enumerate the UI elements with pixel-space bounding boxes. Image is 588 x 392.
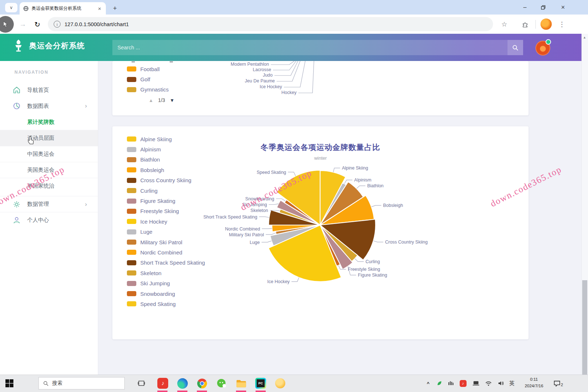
label-leader-line: [262, 241, 272, 242]
url-text: 127.0.0.1:5000/chart/chart1: [65, 21, 129, 27]
scrollbar-thumb[interactable]: [582, 280, 587, 375]
pie-slice-label: Snowboarding: [245, 196, 274, 201]
bookmark-star-icon[interactable]: ☆: [498, 18, 510, 30]
browser-profile-avatar[interactable]: [541, 19, 552, 30]
label-leader-line: [259, 217, 269, 217]
label-leader-line: [373, 241, 384, 242]
winter-rose-pie[interactable]: Alpine SkiingAlpinismBiathlonBobsleighCr…: [112, 126, 529, 339]
pie-chart-icon: [12, 102, 21, 110]
sidebar-item-label: 单国家统治: [27, 183, 54, 189]
taskbar-search-box[interactable]: 搜索: [38, 377, 125, 389]
summer-callout-lines: [112, 61, 529, 115]
header-search-button[interactable]: [508, 40, 523, 55]
task-view-icon: [138, 380, 145, 387]
forward-button[interactable]: →: [17, 19, 28, 30]
notification-icon: [554, 380, 560, 387]
sidebar-item-label: 中国奥运会: [27, 151, 54, 158]
callout-label: Ice Hockey: [202, 84, 282, 89]
pie-slice-label: Nordic Combined: [225, 226, 260, 232]
sidebar-item-country-dominance[interactable]: 单国家统治: [0, 178, 98, 194]
active-app-indicator: [177, 391, 187, 392]
scrollbar-up-arrow[interactable]: ▲: [583, 36, 586, 39]
sidebar-item-label: 个人中心: [27, 217, 49, 224]
tab-search-button[interactable]: v: [5, 3, 17, 12]
screen: v 奥运会获奖数据分析系统 × + – × → ↻ i 127.0.0.1:50…: [0, 0, 588, 392]
sidebar-item-label: 美国奥运会: [27, 167, 54, 173]
tray-time: 0:11: [519, 376, 548, 383]
favicon-globe-icon: [23, 6, 29, 11]
tray-leaf-icon[interactable]: [435, 375, 444, 392]
label-leader-line: [288, 172, 295, 176]
new-tab-button[interactable]: +: [110, 4, 120, 13]
app-brand: 奥运会分析系统: [14, 39, 85, 52]
tray-ime-indicator[interactable]: 英: [507, 375, 517, 392]
sidebar-item-data-management[interactable]: 数据管理 ›: [0, 196, 98, 212]
sidebar-item-label: 导航首页: [27, 87, 49, 94]
label-leader-line: [266, 233, 276, 235]
wechat-icon[interactable]: [216, 378, 227, 389]
active-app-indicator: [256, 391, 266, 392]
pie-slice-label: Bobsleigh: [383, 203, 403, 208]
browser-tab[interactable]: 奥运会获奖数据分析系统 ×: [20, 2, 106, 15]
tray-volume-icon[interactable]: [496, 375, 506, 392]
sidebar-item-profile[interactable]: 个人中心: [0, 212, 98, 228]
task-view-button[interactable]: [136, 378, 147, 389]
pie-slice-label: Ice Hockey: [267, 279, 290, 284]
search-icon: [512, 45, 518, 51]
wechat-logo-icon: [216, 378, 227, 389]
pie-slice-label: Freestyle Skiing: [348, 267, 380, 272]
address-bar[interactable]: i 127.0.0.1:5000/chart/chart1: [48, 17, 493, 31]
pie-slice-label: Curling: [365, 259, 380, 264]
notification-badge: 2: [561, 383, 563, 387]
tray-date: 2024/7/16: [519, 383, 548, 389]
tray-device-icon[interactable]: [471, 375, 481, 392]
sidebar-item-label: 数据管理: [27, 201, 49, 208]
window-close-button[interactable]: ×: [554, 0, 572, 15]
callout-label: Modern Pentathlon: [189, 62, 269, 67]
pie-slice-label: Figure Skating: [358, 273, 387, 278]
puzzle-icon: [522, 21, 529, 28]
edge-browser-icon[interactable]: [177, 378, 188, 389]
sidebar-item-china-olympics[interactable]: 中国奥运会: [0, 146, 98, 162]
extensions-icon[interactable]: [519, 18, 531, 30]
tray-clock[interactable]: 0:11 2024/7/16: [519, 376, 548, 389]
notification-center-button[interactable]: 2: [552, 375, 565, 392]
start-button[interactable]: [5, 379, 14, 389]
label-leader-line: [333, 168, 340, 172]
cursor-arrow-icon: [3, 21, 8, 28]
header-search-input[interactable]: [112, 40, 508, 55]
chevron-right-icon: ›: [85, 201, 87, 208]
sidebar-item-total-medals[interactable]: 累计奖牌数: [0, 114, 98, 130]
window-restore-button[interactable]: [534, 0, 552, 15]
site-info-icon[interactable]: i: [54, 21, 61, 28]
sidebar-item-athletes[interactable]: 运动员层面: [0, 130, 98, 146]
file-explorer-icon[interactable]: [236, 378, 247, 389]
pie-slice-label: Biathlon: [367, 183, 384, 188]
netease-music-icon[interactable]: ♪: [157, 378, 168, 389]
app-title: 奥运会分析系统: [29, 41, 85, 51]
pycharm-icon[interactable]: PC: [255, 378, 266, 389]
yellow-app-circle: [275, 378, 285, 388]
chrome-icon[interactable]: [196, 378, 207, 389]
tray-media-icon[interactable]: [446, 375, 455, 392]
reload-button[interactable]: ↻: [32, 19, 43, 30]
sidebar-item-usa-olympics[interactable]: 美国奥运会: [0, 162, 98, 178]
tab-close-icon[interactable]: ×: [97, 5, 102, 12]
pie-slice-label: Cross Country Skiing: [385, 240, 427, 245]
app-icon-misc[interactable]: [275, 378, 286, 389]
sidebar-item-charts[interactable]: 数据图表 ›: [0, 98, 98, 114]
pie-slice-label: Short Track Speed Skating: [203, 215, 257, 220]
window-minimize-button[interactable]: –: [516, 0, 534, 15]
tray-expand-chevron[interactable]: ^: [423, 375, 433, 392]
chevron-right-icon: ›: [85, 102, 87, 110]
tray-netease-icon[interactable]: ♪: [458, 375, 468, 392]
active-app-indicator: [157, 391, 167, 392]
winter-chart-card: 冬季奥运会各项运动金牌数量占比 winter Alpine SkiingAlpi…: [112, 126, 529, 339]
sidebar-item-label: 累计奖牌数: [27, 119, 54, 126]
active-app-indicator: [197, 391, 207, 392]
sidebar-item-home[interactable]: 导航首页: [0, 82, 98, 98]
windows-logo-icon: [5, 379, 14, 388]
tray-network-icon[interactable]: [484, 375, 493, 392]
browser-menu-icon[interactable]: ⋮: [556, 18, 568, 30]
taskbar-search-placeholder: 搜索: [52, 380, 62, 387]
